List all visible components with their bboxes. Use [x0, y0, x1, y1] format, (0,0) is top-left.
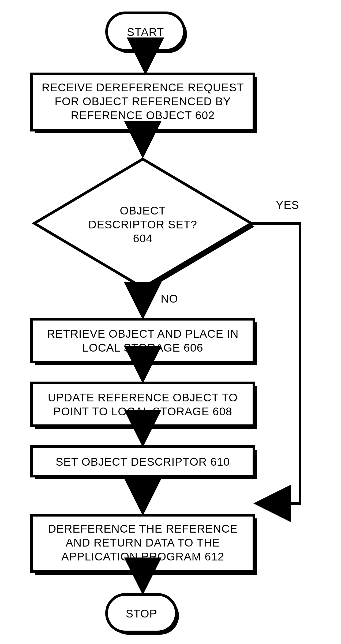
n604-line1: OBJECT	[120, 204, 166, 217]
node-610: SET OBJECT DESCRIPTOR 610	[32, 447, 257, 479]
n602-line2: FOR OBJECT REFERENCED BY	[55, 95, 231, 108]
n604-line2: DESCRIPTOR SET?	[88, 218, 197, 231]
stop-label: STOP	[126, 607, 157, 620]
stop-node: STOP	[107, 594, 179, 635]
svg-rect-9	[32, 383, 254, 426]
svg-rect-7	[32, 319, 254, 362]
n612-line1: DEREFERENCE THE REFERENCE	[48, 522, 238, 535]
n610-line1: SET OBJECT DESCRIPTOR 610	[56, 455, 230, 468]
flowchart-diagram: START RECEIVE DEREFERENCE REQUEST FOR OB…	[0, 0, 341, 644]
n612-line3: APPLICATION PROGRAM 612	[61, 550, 224, 563]
node-604: OBJECT DESCRIPTOR SET? 604	[34, 159, 254, 291]
no-label: NO	[161, 292, 178, 305]
n606-line1: RETRIEVE OBJECT AND PLACE IN	[47, 327, 239, 340]
n612-line2: AND RETURN DATA TO THE	[66, 536, 220, 549]
n602-line3: REFERENCE OBJECT 602	[71, 109, 215, 122]
yes-label: YES	[276, 199, 299, 211]
node-602: RECEIVE DEREFERENCE REQUEST FOR OBJECT R…	[32, 74, 257, 133]
n608-line1: UPDATE REFERENCE OBJECT TO	[48, 391, 238, 404]
n604-line3: 604	[133, 232, 152, 245]
node-608: UPDATE REFERENCE OBJECT TO POINT TO LOCA…	[32, 383, 257, 429]
edge-604-612-yes	[251, 223, 300, 503]
n602-line1: RECEIVE DEREFERENCE REQUEST	[42, 81, 244, 94]
start-label: START	[127, 26, 164, 38]
n606-line2: LOCAL STORAGE 606	[82, 341, 203, 354]
node-612: DEREFERENCE THE REFERENCE AND RETURN DAT…	[32, 515, 257, 575]
start-node: START	[107, 13, 187, 53]
node-606: RETRIEVE OBJECT AND PLACE IN LOCAL STORA…	[32, 319, 257, 365]
n608-line2: POINT TO LOCAL STORAGE 608	[53, 405, 232, 418]
